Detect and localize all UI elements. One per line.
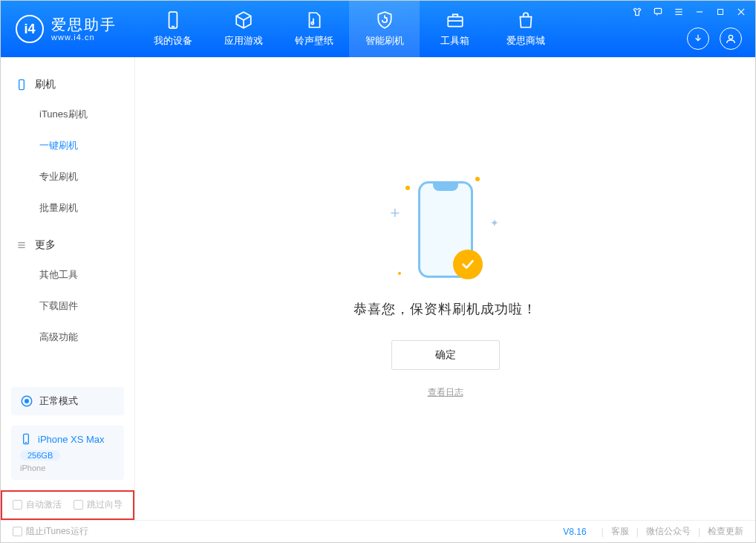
- check-badge-icon: [453, 250, 483, 279]
- main-tabs: 我的设备 应用游戏 铃声壁纸 智能刷机 工具箱 爱思商城: [137, 1, 561, 57]
- checkbox-icon: [13, 500, 22, 510]
- bag-icon: [516, 10, 535, 30]
- tab-my-device[interactable]: 我的设备: [137, 1, 208, 57]
- svg-point-3: [311, 22, 313, 25]
- sidebar-item-pro-flash[interactable]: 专业刷机: [1, 161, 134, 192]
- phone-icon: [20, 433, 32, 445]
- view-log-link[interactable]: 查看日志: [428, 386, 463, 399]
- footer-link-check-update[interactable]: 检查更新: [708, 525, 743, 538]
- footer-link-support[interactable]: 客服: [611, 525, 629, 538]
- sparkle-icon: +: [391, 204, 400, 223]
- footer: 阻止iTunes运行 V8.16 | 客服 | 微信公众号 | 检查更新: [1, 520, 755, 542]
- header: i4 爱思助手 www.i4.cn 我的设备 应用游戏 铃声壁纸 智能刷机 工具…: [1, 1, 755, 57]
- sidebar-item-other-tools[interactable]: 其他工具: [1, 259, 134, 290]
- app-title: 爱思助手: [51, 16, 117, 33]
- menu-icon[interactable]: [672, 5, 685, 19]
- svg-point-14: [729, 35, 732, 39]
- sparkle-icon: ✦: [490, 217, 499, 229]
- device-info[interactable]: iPhone XS Max 256GB iPhone: [11, 426, 124, 480]
- checkbox-skip-guide[interactable]: 跳过向导: [74, 498, 123, 511]
- app-subtitle: www.i4.cn: [51, 33, 117, 42]
- svg-rect-11: [718, 10, 723, 15]
- device-type: iPhone: [20, 464, 115, 472]
- footer-link-wechat[interactable]: 微信公众号: [646, 525, 691, 538]
- mode-icon: [20, 394, 33, 408]
- device-icon: [16, 79, 27, 91]
- checkbox-auto-activate[interactable]: 自动激活: [13, 498, 62, 511]
- sidebar-item-advanced[interactable]: 高级功能: [1, 322, 134, 353]
- dot-icon: [405, 186, 410, 190]
- device-name: iPhone XS Max: [38, 434, 105, 445]
- sidebar-item-oneclick-flash[interactable]: 一键刷机: [1, 130, 134, 161]
- close-button[interactable]: [734, 5, 748, 19]
- tab-ringtones-wallpapers[interactable]: 铃声壁纸: [278, 1, 349, 57]
- checkbox-block-itunes[interactable]: 阻止iTunes运行: [13, 525, 88, 538]
- window-controls: [630, 5, 748, 19]
- tab-apps-games[interactable]: 应用游戏: [208, 1, 278, 57]
- dot-icon: [398, 272, 401, 275]
- sidebar-item-download-firmware[interactable]: 下载固件: [1, 290, 134, 322]
- svg-rect-6: [654, 8, 661, 13]
- checkbox-icon: [13, 527, 22, 536]
- tab-smart-flash[interactable]: 智能刷机: [349, 1, 420, 57]
- confirm-button[interactable]: 确定: [391, 340, 500, 370]
- sidebar-item-itunes-flash[interactable]: iTunes刷机: [1, 99, 134, 130]
- svg-rect-15: [19, 79, 25, 89]
- sidebar: 刷机 iTunes刷机 一键刷机 专业刷机 批量刷机 更多 其他工具 下载固件 …: [1, 57, 135, 520]
- success-message: 恭喜您，保资料刷机成功啦！: [353, 300, 537, 318]
- checkbox-row-highlighted: 自动激活 跳过向导: [1, 490, 134, 520]
- shield-refresh-icon: [375, 10, 394, 30]
- toolbox-icon: [446, 10, 465, 30]
- main-content: + ✦ 恭喜您，保资料刷机成功啦！ 确定 查看日志: [135, 57, 755, 520]
- user-button[interactable]: [720, 27, 742, 50]
- logo[interactable]: i4 爱思助手 www.i4.cn: [1, 15, 130, 43]
- svg-rect-0: [169, 12, 177, 28]
- sidebar-item-batch-flash[interactable]: 批量刷机: [1, 192, 134, 224]
- minimize-button[interactable]: [693, 5, 706, 19]
- success-illustration: + ✦: [386, 178, 505, 282]
- tab-toolbox[interactable]: 工具箱: [420, 1, 490, 57]
- feedback-icon[interactable]: [651, 5, 665, 19]
- sidebar-section-flash[interactable]: 刷机: [1, 71, 134, 99]
- list-icon: [16, 239, 27, 251]
- maximize-button[interactable]: [714, 5, 727, 19]
- svg-rect-4: [448, 17, 463, 27]
- svg-point-20: [25, 400, 29, 403]
- music-file-icon: [304, 10, 324, 30]
- device-capacity: 256GB: [20, 450, 60, 461]
- checkbox-icon: [74, 500, 83, 510]
- tab-store[interactable]: 爱思商城: [490, 1, 561, 57]
- cube-icon: [234, 10, 253, 30]
- mode-indicator[interactable]: 正常模式: [11, 387, 124, 415]
- phone-icon: [163, 10, 183, 30]
- version-label: V8.16: [563, 527, 586, 537]
- sidebar-section-more[interactable]: 更多: [1, 231, 134, 259]
- logo-icon: i4: [16, 15, 44, 43]
- download-button[interactable]: [687, 27, 709, 50]
- dot-icon: [475, 177, 480, 181]
- tshirt-icon[interactable]: [630, 5, 644, 19]
